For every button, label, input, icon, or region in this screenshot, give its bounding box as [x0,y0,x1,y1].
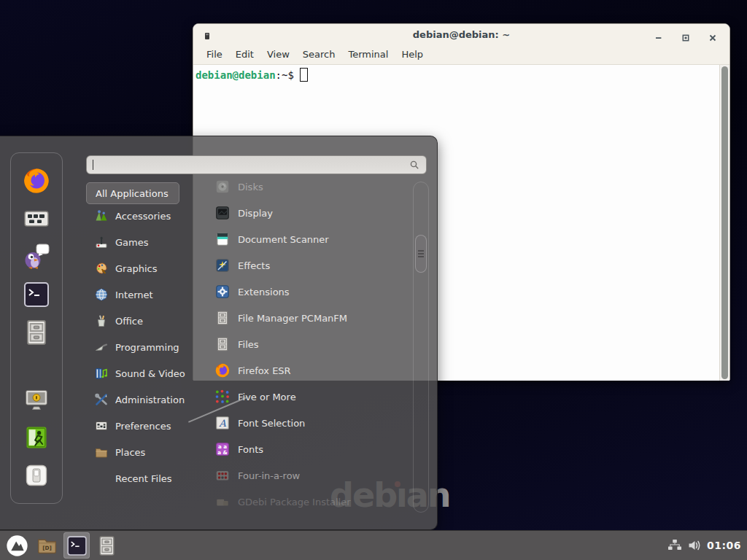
category-accessories[interactable]: Accessories [86,203,200,229]
category-label: Programming [115,342,179,353]
search-icon [409,159,420,171]
system-tray: 01:06 [667,538,741,553]
favorite-firefox[interactable] [22,166,51,195]
category-sound-video[interactable]: Sound & Video [86,360,200,386]
window-title: debian@debian: ~ [193,29,729,40]
preferences-icon [94,419,109,433]
close-icon[interactable] [709,31,716,38]
app-label: Font Selection [238,418,305,429]
volume-icon[interactable] [687,538,702,553]
app-label: Display [238,208,273,219]
terminal-menu-help[interactable]: Help [395,47,430,62]
category-list: AccessoriesGamesGraphicsInternetOfficePr… [86,203,200,491]
session-shut-down-button[interactable] [23,462,50,489]
cabinet-icon [214,310,231,326]
category-label: Office [115,316,143,327]
category-label: Administration [115,394,185,405]
app-files[interactable]: Files [204,331,413,357]
office-icon [94,314,109,328]
taskbar-file-cabinet-launcher[interactable] [93,532,120,559]
taskbar-terminal-launcher[interactable] [63,532,90,559]
prompt-user-host: debian@debian [196,69,276,81]
category-label: Sound & Video [115,368,185,379]
app-extensions[interactable]: Extensions [204,279,413,305]
firefox-icon [214,362,231,378]
terminal-menu-search[interactable]: Search [296,47,342,62]
app-firefox-esr[interactable]: Firefox ESR [204,357,413,384]
category-places[interactable]: Places [86,439,200,465]
category-label: Accessories [115,211,171,222]
terminal-menu-file[interactable]: File [200,47,229,62]
app-disks[interactable]: Disks [204,174,413,200]
window-icon [204,30,211,39]
games-icon [94,235,109,249]
favorite-terminal[interactable] [22,280,51,309]
application-list: DisksDisplayDocument ScannerEffectsExten… [204,174,413,515]
category-preferences[interactable]: Preferences [86,413,200,439]
app-fonts[interactable]: a aa &Fonts [204,436,413,462]
menu-scrollbar[interactable] [413,182,429,513]
session-log-out-button[interactable] [23,424,50,451]
app-label: Files [238,339,259,350]
app-label: GDebi Package Installer [238,497,351,508]
terminal-titlebar[interactable]: debian@debian: ~ [193,24,729,44]
application-menu: All Applications AccessoriesGamesGraphic… [0,136,438,530]
app-document-scanner[interactable]: Document Scanner [204,226,413,252]
accessories-icon [94,209,109,223]
menu-scrollbar-thumb[interactable] [415,235,427,273]
svg-text:[D]: [D] [42,544,52,551]
app-label: Disks [238,182,263,192]
category-administration[interactable]: Administration [86,386,200,413]
minimize-icon[interactable] [655,31,662,38]
app-gdebi-package-installer[interactable]: GDebi Package Installer [204,489,413,515]
taskbar-menu-logo-button[interactable] [4,532,30,559]
search-input[interactable] [86,155,427,174]
programming-icon [94,340,109,354]
blank-icon [94,471,109,486]
document-scanner-icon [214,231,231,247]
app-file-manager-pcmanfm[interactable]: File Manager PCManFM [204,305,413,331]
terminal-scrollbar-thumb[interactable] [721,66,728,379]
app-display[interactable]: Display [204,200,413,226]
app-font-selection[interactable]: AFont Selection [204,410,413,436]
app-four-in-a-row[interactable]: Four-in-a-row [204,462,413,489]
category-programming[interactable]: Programming [86,334,200,360]
extensions-icon [214,284,231,300]
network-icon[interactable] [667,538,682,553]
category-label: Recent Files [115,473,172,484]
taskbar: [D] 01:06 [0,530,747,560]
places-icon [94,445,109,459]
session-lock-screen-button[interactable] [23,386,50,413]
favorite-file-cabinet[interactable] [22,318,51,347]
terminal-menu-edit[interactable]: Edit [229,47,260,62]
all-applications-button[interactable]: All Applications [86,182,179,204]
app-effects[interactable]: Effects [204,252,413,279]
category-label: Games [115,237,148,248]
category-label: Places [115,447,145,458]
display-icon [214,205,231,221]
administration-icon [94,392,109,407]
terminal-menu-view[interactable]: View [260,47,296,62]
app-label: Four-in-a-row [238,470,300,481]
favorites-sidebar [10,152,63,504]
window-controls [655,31,716,38]
clock: 01:06 [707,540,741,551]
category-recent-files[interactable]: Recent Files [86,465,200,491]
terminal-scrollbar[interactable] [719,65,729,381]
category-label: Internet [115,289,153,300]
category-label: Graphics [115,263,157,274]
terminal-menu-terminal[interactable]: Terminal [341,47,395,62]
sound-video-icon [94,366,109,381]
terminal-cursor [300,68,308,82]
favorite-pidgin[interactable] [22,242,51,271]
maximize-icon[interactable] [682,31,689,38]
favorite-software-mixer[interactable] [22,204,51,233]
category-internet[interactable]: Internet [86,281,200,308]
category-games[interactable]: Games [86,229,200,255]
app-five-or-more[interactable]: Five or More [204,384,413,410]
category-graphics[interactable]: Graphics [86,255,200,281]
font-selection-icon: A [214,415,231,431]
svg-text:A: A [218,418,226,429]
taskbar-folder-desktop-launcher[interactable]: [D] [34,532,60,559]
category-office[interactable]: Office [86,308,200,334]
